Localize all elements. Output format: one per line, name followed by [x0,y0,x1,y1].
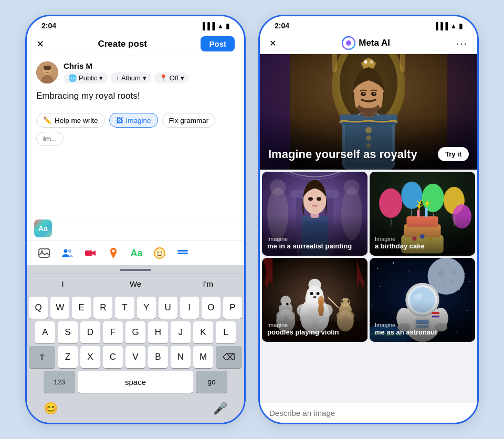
pen-icon: ✏️ [43,116,52,124]
key-x[interactable]: X [80,346,100,368]
grid-card-poodles-label-main: poodles playing violin [267,328,362,337]
svg-point-46 [308,197,313,201]
imagine-chip[interactable]: 🖼 Imagine [109,113,158,128]
key-n[interactable]: N [171,346,191,368]
more-label: Im... [43,135,57,143]
svg-point-79 [310,292,313,295]
key-shift[interactable]: ⇧ [29,346,55,368]
location-button[interactable]: 📍 Off ▾ [154,72,189,83]
dot-2 [370,60,373,64]
svg-rect-5 [44,66,51,70]
key-f[interactable]: F [103,321,123,343]
keyboard: Q W E R T Y U I O P A S D F G H J K L [27,294,244,398]
time-1: 2:04 [41,22,56,30]
visibility-button[interactable]: 🌐 Public ▾ [64,72,108,83]
key-l[interactable]: L [216,321,236,343]
grid-card-birthday-label-main: a birthday cake [375,242,470,250]
main-image-card[interactable]: Imagine yourself as royalty Try it [260,54,477,170]
key-k[interactable]: K [193,321,213,343]
meta-ai-title: Meta AI [359,38,390,48]
create-post-header: ✕ Create post Post [27,32,244,56]
image-dots [364,60,373,64]
post-button[interactable]: Post [201,36,235,51]
grid-card-poodles[interactable]: Imagine poodles playing violin [262,258,368,342]
location-chevron-icon: ▾ [181,74,184,82]
help-me-write-chip[interactable]: ✏️ Help me write [36,113,105,128]
svg-point-47 [317,197,321,201]
grid-card-birthday[interactable]: Imagine a birthday cake [370,172,475,256]
more-toolbar-icon[interactable] [175,245,191,261]
close-button[interactable]: ✕ [36,38,44,50]
key-q[interactable]: Q [29,297,48,319]
key-i[interactable]: I [180,297,199,319]
key-space[interactable]: space [78,371,193,393]
people-toolbar-icon[interactable] [59,245,75,261]
keyboard-toolbar-top: Aa [27,216,244,241]
globe-icon: 🌐 [68,74,77,82]
aa-icon[interactable]: Aa [34,220,52,237]
key-d[interactable]: D [80,321,100,343]
more-chip[interactable]: Im... [36,132,64,146]
key-t[interactable]: T [115,297,134,319]
key-z[interactable]: Z [58,346,78,368]
wifi-icon: ▲ [217,22,224,30]
predictive-word-2[interactable]: We [99,278,172,289]
dots-menu[interactable]: ··· [456,37,468,49]
key-r[interactable]: R [93,297,112,319]
grid-card-surrealist-label-small: Imagine [267,236,362,242]
svg-point-80 [317,292,320,295]
key-u[interactable]: U [159,297,177,319]
key-y[interactable]: Y [137,297,156,319]
predictive-word-1[interactable]: I [27,278,99,289]
scroll-handle-container [27,265,244,274]
key-j[interactable]: J [171,321,191,343]
key-c[interactable]: C [103,346,123,368]
fix-grammar-chip[interactable]: Fix grammar [162,113,216,128]
key-w[interactable]: W [50,297,69,319]
wifi-icon-2: ▲ [450,22,457,30]
location-toolbar-icon[interactable] [106,245,121,261]
key-p[interactable]: P [223,297,242,319]
emoji-toolbar-icon[interactable] [152,245,167,261]
phone-1: 2:04 ▐▐▐ ▲ ▮ ✕ Create post Post [25,15,246,424]
svg-point-103 [409,270,410,271]
key-o[interactable]: O [202,297,220,319]
key-g[interactable]: G [125,321,145,343]
key-a[interactable]: A [35,321,55,343]
svg-point-12 [154,248,165,258]
bottom-bar: 😊 🎤 [27,398,244,423]
emoji-bottom-icon[interactable]: 😊 [44,402,58,415]
battery-icon-2: ▮ [459,22,463,30]
image-toolbar-icon[interactable] [36,245,52,261]
key-go[interactable]: go [196,371,227,393]
svg-point-53 [379,189,402,218]
meta-ai-close-button[interactable]: ✕ [269,38,276,48]
post-text: Embracing my royal roots! [27,89,244,110]
grid-card-astronaut[interactable]: Imagine me as an astronaut [370,258,475,342]
svg-point-13 [158,252,159,253]
key-s[interactable]: S [58,321,78,343]
try-it-button[interactable]: Try it [438,147,469,161]
phones-container: 2:04 ▐▐▐ ▲ ▮ ✕ Create post Post [15,4,489,435]
key-b[interactable]: B [148,346,168,368]
chevron-down-icon: ▾ [99,74,103,82]
predictive-word-3[interactable]: I'm [172,278,244,289]
text-size-toolbar-icon[interactable]: Aa [129,245,144,261]
album-button[interactable]: + Album ▾ [111,72,151,83]
grid-card-birthday-overlay: Imagine a birthday cake [370,215,475,256]
key-h[interactable]: H [148,321,168,343]
mic-bottom-icon[interactable]: 🎤 [213,402,227,415]
grid-card-surrealist[interactable]: Imagine me in a surrealist painting [262,172,368,256]
describe-input[interactable] [269,409,468,417]
grid-card-poodles-overlay: Imagine poodles playing violin [262,301,368,342]
key-delete[interactable]: ⌫ [216,346,242,368]
svg-point-108 [469,281,470,282]
key-e[interactable]: E [72,297,91,319]
key-m[interactable]: M [193,346,213,368]
video-toolbar-icon[interactable] [82,245,98,261]
svg-rect-15 [177,250,188,252]
svg-point-11 [112,250,115,253]
key-v[interactable]: V [125,346,145,368]
svg-point-101 [377,268,378,269]
key-123[interactable]: 123 [44,371,75,393]
